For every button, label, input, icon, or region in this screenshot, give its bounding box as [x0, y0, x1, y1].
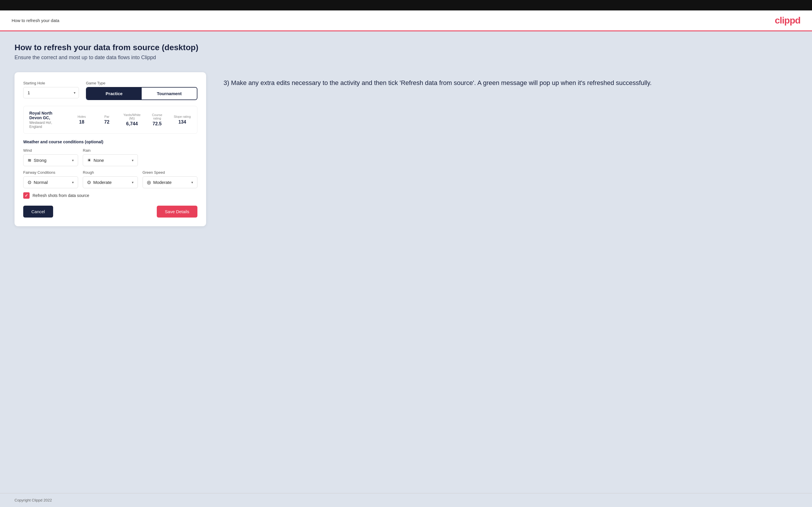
weather-section-label: Weather and course conditions (optional): [23, 139, 197, 144]
fairway-icon: ⊙: [28, 179, 31, 185]
starting-hole-select-wrapper[interactable]: 1 ▾: [23, 87, 79, 98]
game-type-label: Game Type: [86, 81, 197, 85]
yards-label: Yards/White (M)): [123, 113, 141, 120]
wind-chevron-icon: ▾: [72, 158, 74, 162]
course-holes-stat: Holes 18: [72, 115, 91, 125]
fairway-rough-green-row: Fairway Conditions ⊙ Normal ▾ Rough ⊙ Mo…: [23, 170, 197, 188]
par-label: Par: [98, 115, 116, 118]
main-content: How to refresh your data from source (de…: [0, 31, 812, 493]
starting-hole-label: Starting Hole: [23, 81, 79, 85]
course-info-box: Royal North Devon GC, Westward Ho!, Engl…: [23, 106, 197, 134]
page-subheading: Ensure the correct and most up to date d…: [14, 55, 798, 61]
form-panel: Starting Hole 1 ▾ Game Type Practice Tou…: [14, 72, 206, 226]
fairway-value: Normal: [34, 180, 72, 185]
checkmark-icon: ✓: [25, 193, 28, 198]
header: How to refresh your data clippd: [0, 10, 812, 31]
rain-group: Rain ☀ None ▾: [83, 148, 138, 166]
slope-rating-stat: Slope rating 134: [173, 115, 191, 125]
rough-chevron-icon: ▾: [132, 180, 134, 184]
rain-chevron-icon: ▾: [132, 158, 134, 162]
wind-select[interactable]: ≋ Strong ▾: [23, 154, 78, 166]
yards-value: 6,744: [123, 121, 141, 126]
rain-value: None: [94, 158, 132, 163]
copyright-text: Copyright Clippd 2022: [14, 498, 52, 502]
top-bar: [0, 0, 812, 10]
refresh-checkbox[interactable]: ✓: [23, 192, 30, 199]
wind-icon: ≋: [28, 158, 31, 163]
course-par-stat: Par 72: [98, 115, 116, 125]
content-row: Starting Hole 1 ▾ Game Type Practice Tou…: [14, 72, 798, 226]
rough-value: Moderate: [93, 180, 132, 185]
tournament-button[interactable]: Tournament: [142, 88, 197, 100]
refresh-checkbox-label: Refresh shots from data source: [33, 193, 89, 198]
holes-value: 18: [72, 119, 91, 125]
rough-label: Rough: [83, 170, 138, 175]
wind-group: Wind ≋ Strong ▾: [23, 148, 78, 166]
logo: clippd: [775, 15, 800, 26]
wind-label: Wind: [23, 148, 78, 153]
green-speed-icon: ◎: [147, 179, 151, 185]
green-speed-select[interactable]: ◎ Moderate ▾: [143, 176, 197, 188]
rain-icon: ☀: [87, 158, 91, 163]
save-button[interactable]: Save Details: [157, 206, 197, 218]
fairway-group: Fairway Conditions ⊙ Normal ▾: [23, 170, 78, 188]
buttons-row: Cancel Save Details: [23, 206, 197, 218]
rain-select[interactable]: ☀ None ▾: [83, 154, 138, 166]
green-speed-group: Green Speed ◎ Moderate ▾: [143, 170, 197, 188]
side-instructions: 3) Make any extra edits necessary to the…: [223, 72, 798, 88]
rough-select[interactable]: ⊙ Moderate ▾: [83, 176, 138, 188]
game-type-group-wrapper: Game Type Practice Tournament: [86, 81, 197, 100]
course-rating-label: Course rating: [148, 113, 166, 120]
green-speed-value: Moderate: [153, 180, 191, 185]
course-rating-stat: Course rating 72.5: [148, 113, 166, 126]
holes-label: Holes: [72, 115, 91, 118]
game-type-toggle: Practice Tournament: [86, 87, 197, 100]
rough-icon: ⊙: [87, 179, 91, 185]
starting-hole-select[interactable]: 1: [23, 87, 79, 98]
par-value: 72: [98, 119, 116, 125]
rough-group: Rough ⊙ Moderate ▾: [83, 170, 138, 188]
green-speed-chevron-icon: ▾: [191, 180, 193, 184]
slope-rating-label: Slope rating: [173, 115, 191, 118]
empty-col: [143, 148, 197, 166]
fairway-select[interactable]: ⊙ Normal ▾: [23, 176, 78, 188]
wind-value: Strong: [34, 158, 72, 163]
footer: Copyright Clippd 2022: [0, 493, 812, 507]
rain-label: Rain: [83, 148, 138, 153]
starting-hole-game-type-row: Starting Hole 1 ▾ Game Type Practice Tou…: [23, 81, 197, 100]
course-location: Westward Ho!, England: [29, 121, 66, 129]
course-yards-stat: Yards/White (M)) 6,744: [123, 113, 141, 126]
course-name: Royal North Devon GC,: [29, 111, 66, 120]
wind-rain-row: Wind ≋ Strong ▾ Rain ☀ None ▾: [23, 148, 197, 166]
green-speed-label: Green Speed: [143, 170, 197, 175]
instructions-text: 3) Make any extra edits necessary to the…: [223, 78, 798, 88]
starting-hole-group: Starting Hole 1 ▾: [23, 81, 79, 100]
cancel-button[interactable]: Cancel: [23, 206, 53, 218]
practice-button[interactable]: Practice: [87, 88, 142, 100]
header-title: How to refresh your data: [12, 18, 59, 23]
course-rating-value: 72.5: [148, 121, 166, 126]
slope-rating-value: 134: [173, 119, 191, 125]
fairway-label: Fairway Conditions: [23, 170, 78, 175]
page-heading: How to refresh your data from source (de…: [14, 43, 798, 52]
course-name-col: Royal North Devon GC, Westward Ho!, Engl…: [29, 111, 66, 129]
fairway-chevron-icon: ▾: [72, 180, 74, 184]
refresh-checkbox-row[interactable]: ✓ Refresh shots from data source: [23, 192, 197, 199]
